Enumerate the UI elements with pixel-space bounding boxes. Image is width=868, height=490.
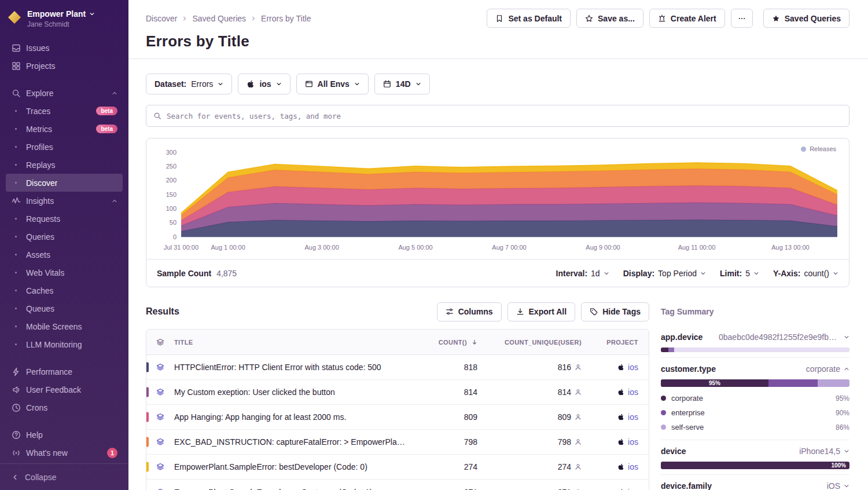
sidebar-item-crons[interactable]: Crons <box>6 398 123 416</box>
event-title-link[interactable]: EmpowerPlant.SampleError: happyCustomer … <box>174 488 416 490</box>
sidebar-item-caches[interactable]: Caches <box>6 281 123 299</box>
sidebar-item-traces[interactable]: Tracesbeta <box>6 102 123 120</box>
sidebar-item-queues[interactable]: Queues <box>6 299 123 317</box>
alert-icon <box>658 14 666 23</box>
event-title-link[interactable]: App Hanging: App hanging for at least 20… <box>174 412 416 422</box>
yaxis-select[interactable]: Y-Axis: count() <box>773 269 838 278</box>
environment-filter[interactable]: All Envs <box>296 74 369 94</box>
breadcrumb-item-discover[interactable]: Discover <box>146 14 177 23</box>
event-title-link[interactable]: My Custom exeption: User clicked the but… <box>174 387 416 397</box>
tag-legend-row[interactable]: enterprise90% <box>661 405 849 420</box>
tag-value-name: corporate <box>671 394 703 403</box>
project-link[interactable]: ios <box>628 387 638 397</box>
environment-icon <box>305 80 313 88</box>
breadcrumb-item-errors-by-title[interactable]: Errors by Title <box>261 14 311 23</box>
table-row[interactable]: EXC_BAD_INSTRUCTION: captureFatalError: … <box>146 430 649 455</box>
hide-tags-button[interactable]: Hide Tags <box>581 302 649 321</box>
display-select[interactable]: Display: Top Period <box>623 269 706 278</box>
create-alert-button[interactable]: Create Alert <box>649 9 725 28</box>
sidebar-item-discover[interactable]: Discover <box>6 174 123 192</box>
legend-dot-icon <box>661 425 666 430</box>
count-value: 271 <box>416 488 480 490</box>
event-title-link[interactable]: EXC_BAD_INSTRUCTION: captureFatalError: … <box>174 437 416 447</box>
tag-summary-panel: Tag Summary app.device0baebc0de4982f1255… <box>661 302 849 490</box>
table-row[interactable]: HTTPClientError: HTTP Client Error with … <box>146 355 649 380</box>
sidebar-item-mobile-screens[interactable]: Mobile Screens <box>6 317 123 335</box>
event-title-link[interactable]: EmpowerPlant.SampleError: bestDeveloper … <box>174 462 416 471</box>
sidebar-item-web-vitals[interactable]: Web Vitals <box>6 264 123 281</box>
results-table-body: HTTPClientError: HTTP Client Error with … <box>146 355 649 490</box>
export-all-button[interactable]: Export All <box>507 302 576 321</box>
project-link[interactable]: ios <box>628 462 638 471</box>
project-link[interactable]: ios <box>628 488 638 490</box>
search-input[interactable] <box>167 112 842 120</box>
project-link[interactable]: ios <box>628 412 638 422</box>
bullet-icon <box>11 343 21 345</box>
sidebar-item-assets[interactable]: Assets <box>6 246 123 264</box>
sidebar-item-queries[interactable]: Queries <box>6 228 123 246</box>
column-count-unique[interactable]: COUNT_UNIQUE(USER) <box>480 339 584 346</box>
column-title[interactable]: TITLE <box>174 339 416 346</box>
sidebar-item-projects[interactable]: Projects <box>6 57 123 75</box>
tag-bar-segment <box>661 348 668 352</box>
column-project[interactable]: PROJECT <box>584 339 649 346</box>
columns-icon <box>446 308 454 316</box>
sidebar-item-performance[interactable]: Performance <box>6 363 123 381</box>
apple-icon <box>617 414 624 420</box>
chevron-down-icon <box>415 81 421 87</box>
table-row[interactable]: App Hanging: App hanging for at least 20… <box>146 405 649 430</box>
table-row[interactable]: EmpowerPlant.SampleError: bestDeveloper … <box>146 455 649 480</box>
chart-legend[interactable]: Releases <box>801 145 836 152</box>
column-count[interactable]: COUNT() <box>416 339 480 346</box>
more-options-button[interactable] <box>731 9 753 28</box>
table-row[interactable]: EmpowerPlant.SampleError: happyCustomer … <box>146 480 649 490</box>
tag-header-device-family[interactable]: device.familyiOS <box>661 478 849 490</box>
sidebar-item-issues[interactable]: Issues <box>6 39 123 57</box>
tag-header-device[interactable]: deviceiPhone14,5 <box>661 443 849 459</box>
sidebar-item-label: Insights <box>26 196 54 206</box>
tag-legend-row[interactable]: corporate95% <box>661 391 849 405</box>
event-title-link[interactable]: HTTPClientError: HTTP Client Error with … <box>174 363 416 372</box>
sidebar-item-llm-monitoring[interactable]: LLM Monitoring <box>6 335 123 353</box>
tag-legend-row[interactable]: self-serve86% <box>661 420 849 434</box>
tag-header-customer-type[interactable]: customer.typecorporate <box>661 361 849 376</box>
releases-legend-dot <box>801 147 806 152</box>
chevron-up-icon <box>112 198 117 204</box>
sidebar-item-help[interactable]: Help <box>6 426 123 444</box>
sidebar-item-replays[interactable]: Replays <box>6 156 123 174</box>
saved-queries-button[interactable]: Saved Queries <box>763 9 849 28</box>
save-as-button[interactable]: Save as... <box>576 9 643 28</box>
interval-select[interactable]: Interval: 1d <box>556 269 609 278</box>
count-value: 814 <box>416 387 480 397</box>
sidebar-item-label: Replays <box>26 160 56 170</box>
sidebar-item-explore[interactable]: Explore <box>6 84 123 102</box>
sidebar-item-label: Web Vitals <box>26 268 64 277</box>
stack-trace-icon <box>156 363 164 371</box>
sidebar-item-user-feedback[interactable]: User Feedback <box>6 381 123 398</box>
project-link[interactable]: ios <box>628 437 638 447</box>
sort-descending-icon <box>472 339 477 345</box>
columns-button[interactable]: Columns <box>437 302 502 321</box>
sidebar-item-insights[interactable]: Insights <box>6 192 123 210</box>
svg-text:300: 300 <box>166 149 176 156</box>
org-switcher[interactable]: Empower Plant Jane Schmidt <box>0 0 128 35</box>
svg-text:0: 0 <box>173 233 176 240</box>
project-filter[interactable]: ios <box>238 74 290 94</box>
breadcrumb-item-saved-queries[interactable]: Saved Queries <box>192 14 246 23</box>
org-name: Empower Plant <box>27 9 86 19</box>
sidebar-item-profiles[interactable]: Profiles <box>6 138 123 156</box>
tag-section-app-device: app.device0baebc0de4982f1255f2e9e9fb7… <box>661 326 849 358</box>
limit-select[interactable]: Limit: 5 <box>720 269 759 278</box>
sidebar-item-metrics[interactable]: Metricsbeta <box>6 120 123 138</box>
set-as-default-button[interactable]: Set as Default <box>487 9 571 28</box>
sidebar-item-what-s-new[interactable]: What's new1 <box>6 444 123 462</box>
bullet-icon <box>11 236 21 237</box>
project-link[interactable]: ios <box>628 363 638 372</box>
sidebar-collapse-button[interactable]: Collapse <box>0 463 128 490</box>
chevron-down-icon <box>89 11 95 17</box>
tag-header-app-device[interactable]: app.device0baebc0de4982f1255f2e9e9fb7… <box>661 329 849 345</box>
sidebar-item-requests[interactable]: Requests <box>6 210 123 228</box>
table-row[interactable]: My Custom exeption: User clicked the but… <box>146 380 649 405</box>
date-range-filter[interactable]: 14D <box>374 74 430 94</box>
dataset-filter[interactable]: Dataset: Errors <box>146 74 232 94</box>
